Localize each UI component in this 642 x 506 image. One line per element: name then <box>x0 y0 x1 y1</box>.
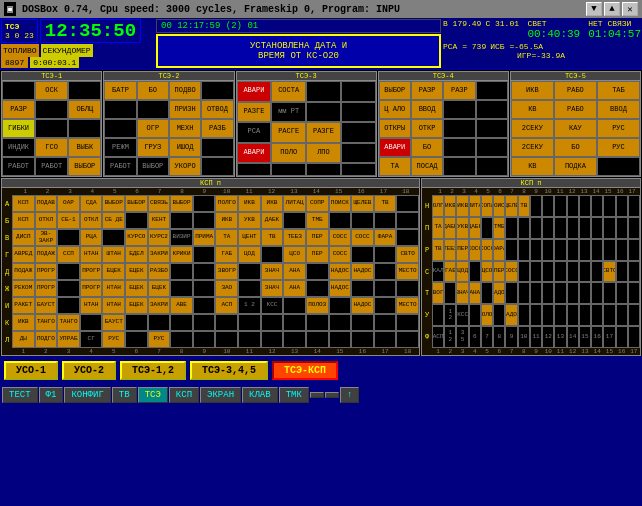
cell[interactable]: КСП <box>12 195 35 212</box>
cell[interactable]: МЕСТО <box>396 263 419 280</box>
cell[interactable]: ТАБ <box>597 81 640 100</box>
cell[interactable]: БАУСТ <box>35 297 58 314</box>
cell[interactable] <box>329 212 352 229</box>
cell[interactable] <box>341 163 376 176</box>
cell[interactable]: ОСК <box>35 81 68 100</box>
cell[interactable] <box>476 119 508 138</box>
cell[interactable]: СГ <box>80 331 103 348</box>
cell[interactable]: ССП <box>57 246 80 263</box>
cell[interactable]: СОСТА <box>271 81 306 102</box>
cell[interactable]: БАТР <box>104 81 136 100</box>
cell[interactable]: ПОЛОЗ <box>306 297 329 314</box>
cell[interactable]: РАЗР <box>2 100 35 119</box>
cell[interactable]: ОТВОД <box>201 100 233 119</box>
cell[interactable]: РСА <box>237 122 272 143</box>
cell[interactable]: БО <box>411 138 443 157</box>
cell[interactable] <box>396 280 419 297</box>
tce12-button[interactable]: ТСЭ-1,2 <box>120 361 186 380</box>
cell[interactable]: РАБОТ <box>2 157 35 176</box>
cell[interactable]: ВЫБОР <box>125 195 148 212</box>
cell[interactable]: ТАНГО <box>35 314 58 331</box>
cell[interactable]: НАДОС <box>329 263 352 280</box>
cell[interactable]: КРИКИ <box>170 246 193 263</box>
cell[interactable] <box>193 195 216 212</box>
fn-ksp[interactable]: КСП <box>169 387 199 403</box>
cell[interactable] <box>329 314 352 331</box>
cell[interactable]: НТАН <box>80 297 103 314</box>
cell[interactable]: НТАН <box>102 280 125 297</box>
cell[interactable]: ИКВ <box>215 212 238 229</box>
cell[interactable]: БЦЕК <box>102 263 125 280</box>
cell[interactable]: СОСС <box>329 229 352 246</box>
cell[interactable]: ЦОД <box>238 246 261 263</box>
cell[interactable]: БАУСТ <box>102 314 125 331</box>
cell[interactable]: РАБОТ <box>104 157 136 176</box>
cell[interactable]: СОСС <box>329 246 352 263</box>
cell[interactable]: ЛПО <box>306 143 341 164</box>
cell[interactable]: ДЫ <box>12 331 35 348</box>
cell[interactable] <box>283 331 306 348</box>
cell[interactable]: ГИБКИ <box>2 119 35 138</box>
cell[interactable] <box>193 331 216 348</box>
cell[interactable] <box>396 212 419 229</box>
cell[interactable] <box>193 297 216 314</box>
cell[interactable] <box>57 297 80 314</box>
fn-tmk[interactable]: ТМК <box>279 387 309 403</box>
cell[interactable]: НТАН <box>102 297 125 314</box>
cell[interactable]: АВАРИ <box>237 81 272 102</box>
cell[interactable] <box>193 314 216 331</box>
cell[interactable]: АСП <box>215 297 238 314</box>
cell[interactable]: ОТКЛ <box>80 212 103 229</box>
cell[interactable]: ИКВ <box>238 195 261 212</box>
cell[interactable]: ЗНАЧ <box>261 280 284 297</box>
cell[interactable]: КАУ <box>554 119 597 138</box>
cell[interactable] <box>261 246 284 263</box>
fn-f1[interactable]: Ф1 <box>39 387 64 403</box>
cell[interactable] <box>374 297 397 314</box>
cell[interactable]: ТА <box>379 157 411 176</box>
cell[interactable] <box>193 212 216 229</box>
cell[interactable]: ЗАО <box>215 280 238 297</box>
cell[interactable]: ФАРА <box>374 229 397 246</box>
cell[interactable]: РАЗГЕ <box>237 102 272 123</box>
cell[interactable] <box>215 314 238 331</box>
cell[interactable] <box>104 100 136 119</box>
cell[interactable]: ВЫБОР <box>137 157 169 176</box>
cell[interactable]: НТАН <box>80 246 103 263</box>
cell[interactable] <box>351 314 374 331</box>
cell[interactable]: ЦЕНТ <box>238 229 261 246</box>
cell[interactable] <box>170 212 193 229</box>
cell[interactable]: РАКЕТ <box>12 297 35 314</box>
cell[interactable]: ГРУЗ <box>137 138 169 157</box>
cell[interactable] <box>341 81 376 102</box>
cell[interactable] <box>374 280 397 297</box>
cell[interactable]: Ц АЛО <box>379 100 411 119</box>
cell[interactable] <box>238 280 261 297</box>
fn-konfig[interactable]: КОНФИГ <box>64 387 110 403</box>
cell[interactable]: БЦЕК <box>125 297 148 314</box>
cell[interactable] <box>306 314 329 331</box>
cell[interactable]: ТВ <box>374 195 397 212</box>
cell[interactable] <box>341 122 376 143</box>
cell[interactable]: ЩЕЛЕВ <box>351 195 374 212</box>
cell[interactable]: ПОДГО <box>35 331 58 348</box>
cell[interactable] <box>57 280 80 297</box>
cell[interactable]: КУРС2 <box>148 229 171 246</box>
cell[interactable]: ДИСП <box>12 229 35 246</box>
cell[interactable]: 2СЕКУ <box>511 119 554 138</box>
cell[interactable] <box>68 81 101 100</box>
fn-empty1[interactable] <box>310 392 324 398</box>
cell[interactable] <box>443 138 475 157</box>
cell[interactable] <box>306 263 329 280</box>
cell[interactable]: ОТКЛ <box>35 212 58 229</box>
cell[interactable]: ИШОД <box>169 138 201 157</box>
cell[interactable] <box>476 138 508 157</box>
cell[interactable]: КВ <box>511 100 554 119</box>
cell[interactable]: УПРАБ <box>57 331 80 348</box>
cell[interactable]: ПЕР <box>306 246 329 263</box>
tce-ksp-button[interactable]: ТСЭ-КСП <box>272 361 338 380</box>
cell[interactable]: АВРЕД <box>12 246 35 263</box>
cell[interactable] <box>215 331 238 348</box>
cell[interactable]: БО <box>137 81 169 100</box>
cell[interactable]: ПОЛО <box>271 143 306 164</box>
